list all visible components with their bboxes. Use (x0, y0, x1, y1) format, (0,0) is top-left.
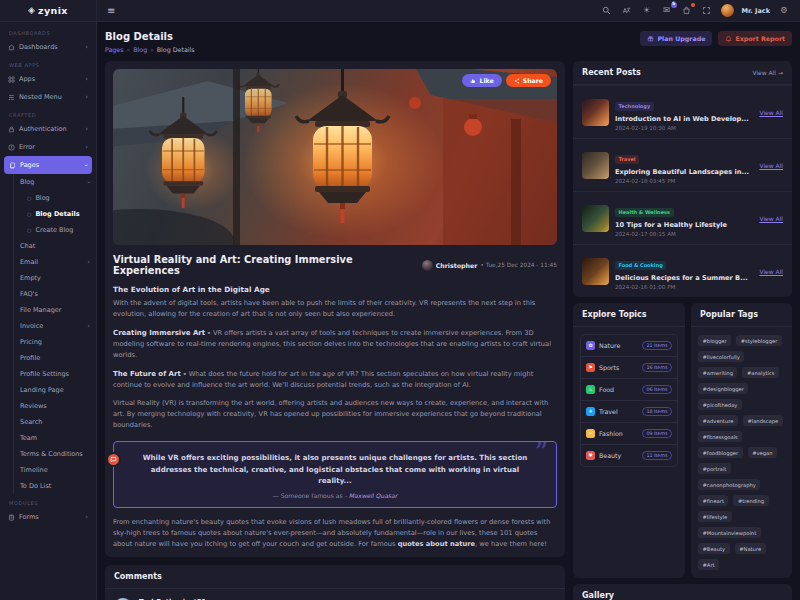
post-thumbnail (582, 99, 609, 126)
search-icon[interactable] (601, 5, 613, 17)
topic-count-badge: 09 Items (642, 429, 672, 438)
settings-gear-icon[interactable]: ⚙ (778, 5, 790, 17)
sidebar-toggle-icon[interactable]: ≡ (107, 6, 115, 16)
sidebar-item-search[interactable]: Search (14, 414, 96, 430)
like-button[interactable]: Like (462, 74, 501, 87)
topic-row-food[interactable]: ♨ Food 06 Items (581, 378, 677, 400)
recent-post-row[interactable]: Travel Exploring Beautiful Landscapes in… (573, 138, 792, 191)
sidebar-item-pages[interactable]: Pages › (4, 156, 92, 174)
quote-mark-icon: ” (535, 439, 548, 465)
sidebar-item-nested-menu[interactable]: Nested Menu › (0, 88, 96, 106)
tag-pill[interactable]: #adventure (698, 415, 738, 426)
tag-pill[interactable]: #Mountainviewpoint (698, 527, 761, 538)
tag-pill[interactable]: #trending (733, 495, 768, 506)
sidebar-item-pricing[interactable]: Pricing (14, 334, 96, 350)
tag-pill[interactable]: #styleblogger (736, 335, 782, 346)
sidebar-item-create-blog[interactable]: ○ Create Blog (21, 222, 96, 238)
fullscreen-icon[interactable] (701, 5, 713, 17)
sidebar-item-blog[interactable]: Blog › (14, 174, 96, 190)
author-name[interactable]: Christopher (436, 262, 478, 269)
topic-row-sports[interactable]: ⚑ Sports 16 Items (581, 356, 677, 378)
tag-pill[interactable]: #vegan (748, 447, 777, 458)
tag-pill[interactable]: #blogger (698, 335, 731, 346)
sidebar-item-terms[interactable]: Terms & Conditions (14, 446, 96, 462)
sidebar-item-faqs[interactable]: FAQ's (14, 286, 96, 302)
topic-row-travel[interactable]: ✈ Travel 18 Items (581, 400, 677, 422)
breadcrumb-blog[interactable]: Blog (133, 46, 147, 53)
breadcrumb-pages[interactable]: Pages (105, 46, 124, 53)
explore-topics-title: Explore Topics (582, 310, 647, 319)
tag-pill[interactable]: #lifestyle (698, 511, 732, 522)
sidebar-item-dashboards[interactable]: Dashboards › (0, 38, 96, 56)
cart-bag-icon[interactable] (681, 5, 693, 17)
tag-pill[interactable]: #landscape (743, 415, 783, 426)
tag-pill[interactable]: #designblogger (698, 383, 748, 394)
nested-menu-icon (8, 94, 15, 101)
popular-tags-title: Popular Tags (700, 310, 758, 319)
post-category-badge: Travel (615, 155, 639, 164)
sidebar-item-chat[interactable]: Chat (14, 238, 96, 254)
sidebar-item-team[interactable]: Team (14, 430, 96, 446)
recent-post-row[interactable]: Technology Introduction to AI in Web Dev… (573, 85, 792, 138)
sidebar-item-reviews[interactable]: Reviews (14, 398, 96, 414)
breadcrumb-separator: » (127, 46, 131, 53)
user-avatar[interactable] (721, 4, 734, 17)
sidebar-item-invoice[interactable]: Invoice› (14, 318, 96, 334)
share-button[interactable]: Share (506, 74, 551, 87)
sidebar-item-error[interactable]: Error › (0, 138, 96, 156)
tag-pill[interactable]: #amwriting (698, 367, 737, 378)
export-report-label: Export Report (735, 35, 785, 42)
topic-row-nature[interactable]: ✿ Nature 21 Items (581, 335, 677, 356)
post-date: 2024-02-19 10:30 AM (615, 125, 753, 131)
post-view-all-link[interactable]: View All (759, 109, 783, 116)
topic-row-fashion[interactable]: ✂ Fashion 09 Items (581, 422, 677, 444)
recent-post-row[interactable]: Food & Cooking Delicious Recipes for a S… (573, 244, 792, 297)
tag-pill[interactable]: #canonphotography (698, 479, 760, 490)
sidebar-item-profile-settings[interactable]: Profile Settings (14, 366, 96, 382)
recent-post-row[interactable]: Health & Wellness 10 Tips for a Healthy … (573, 191, 792, 244)
sidebar-item-todo[interactable]: To Do List (14, 478, 96, 494)
sidebar-item-profile[interactable]: Profile (14, 350, 96, 366)
article-paragraph: Virtual Reality (VR) is transforming the… (113, 398, 557, 431)
gallery-card: Gallery (573, 584, 792, 600)
user-name[interactable]: Mr. Jack (742, 7, 770, 15)
tag-pill[interactable]: #foodblogger (698, 447, 743, 458)
bullet-icon: ○ (27, 227, 31, 233)
post-view-all-link[interactable]: View All (759, 162, 783, 169)
tag-pill[interactable]: #portrait (698, 463, 731, 474)
tag-pill[interactable]: #Art (698, 559, 719, 570)
sidebar-item-label: Error (19, 143, 35, 151)
tag-pill[interactable]: #fitnessgoals (698, 431, 742, 442)
sidebar-item-timeline[interactable]: Timeline (14, 462, 96, 478)
translate-icon[interactable] (621, 5, 633, 17)
tag-pill[interactable]: #fineart (698, 495, 728, 506)
sidebar-item-forms[interactable]: Forms › (0, 508, 96, 526)
sidebar-item-apps[interactable]: Apps › (0, 70, 96, 88)
sidebar-item-authentication[interactable]: Authentication › (0, 120, 96, 138)
mail-icon[interactable]: ✉ 5 (661, 5, 673, 17)
post-view-all-link[interactable]: View All (759, 268, 783, 275)
travel-icon: ✈ (586, 407, 595, 416)
brand-logo[interactable]: ◈ zynix (0, 0, 97, 21)
tag-pill[interactable]: #analytics (742, 367, 779, 378)
sidebar-item-email[interactable]: Email› (14, 254, 96, 270)
sidebar-item-file-manager[interactable]: File Manager (14, 302, 96, 318)
export-report-button[interactable]: Export Report (718, 31, 792, 46)
post-view-all-link[interactable]: View All (759, 215, 783, 222)
tag-pill[interactable]: #picoftheday (698, 399, 742, 410)
tag-pill[interactable]: #Nature (735, 543, 766, 554)
post-info: Food & Cooking Delicious Recipes for a S… (615, 252, 753, 290)
tag-pill[interactable]: #Beauty (698, 543, 730, 554)
topic-row-beauty[interactable]: ♥ Beauty 11 Items (581, 444, 677, 466)
inline-heading: Creating Immersive Art - (113, 329, 213, 337)
theme-sun-icon[interactable]: ☀ (641, 5, 653, 17)
sidebar-item-landing-page[interactable]: Landing Page (14, 382, 96, 398)
sidebar-item-blog-list[interactable]: ○ Blog (21, 190, 96, 206)
sidebar-item-empty[interactable]: Empty (14, 270, 96, 286)
plan-upgrade-button[interactable]: Plan Upgrade (640, 31, 712, 46)
tag-pill[interactable]: #livecolorfully (698, 351, 744, 362)
view-all-link[interactable]: View All → (752, 69, 783, 76)
sidebar-item-blog-details[interactable]: ○ Blog Details (21, 206, 96, 222)
sidebar-item-label: To Do List (20, 482, 51, 490)
nature-icon: ✿ (586, 341, 595, 350)
